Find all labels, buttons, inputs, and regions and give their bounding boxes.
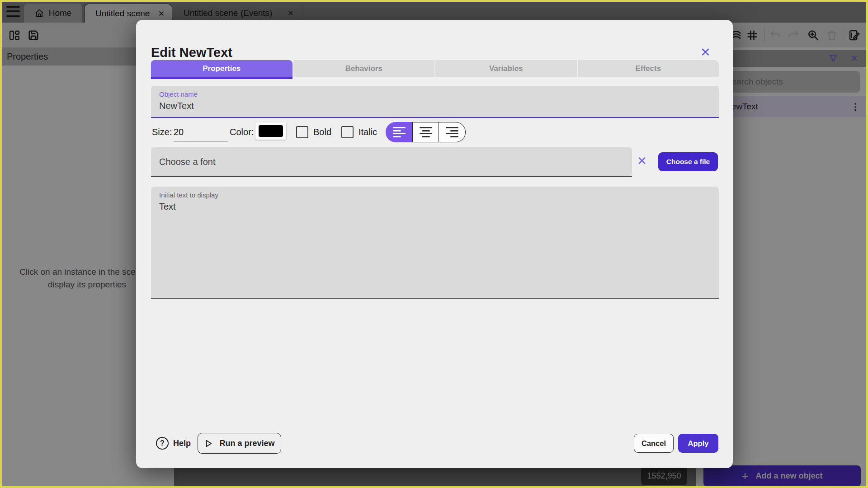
play-icon: [204, 439, 213, 448]
bold-label: Bold: [313, 122, 331, 142]
run-preview-button[interactable]: Run a preview: [198, 433, 281, 454]
cancel-button[interactable]: Cancel: [634, 434, 674, 453]
align-left-icon: [393, 127, 406, 137]
initial-text-field[interactable]: Initial text to display Text: [151, 187, 719, 299]
align-center-button[interactable]: [412, 122, 439, 142]
initial-text-value: Text: [159, 202, 176, 212]
align-right-button[interactable]: [439, 122, 466, 142]
clear-font-icon[interactable]: ✕: [637, 154, 647, 168]
object-name-value: NewText: [159, 101, 194, 111]
help-icon[interactable]: ?: [156, 437, 169, 450]
object-name-field[interactable]: Object name NewText: [151, 86, 719, 118]
dialog-title: Edit NewText: [151, 45, 232, 60]
size-input[interactable]: 20: [174, 122, 228, 142]
color-swatch: [259, 125, 283, 137]
apply-button[interactable]: Apply: [678, 434, 718, 453]
align-center-icon: [420, 127, 432, 137]
tab-behaviors[interactable]: Behaviors: [293, 60, 435, 77]
text-alignment-group: [386, 122, 466, 142]
app-window: Home Untitled scene ✕ Untitled scene (Ev…: [0, 0, 868, 488]
align-right-icon: [446, 127, 458, 137]
color-label: Color:: [230, 122, 254, 142]
italic-checkbox[interactable]: [341, 126, 354, 138]
italic-label: Italic: [359, 122, 377, 142]
object-name-label: Object name: [159, 90, 198, 98]
tab-effects[interactable]: Effects: [578, 60, 719, 77]
font-select[interactable]: Choose a font: [151, 147, 632, 177]
size-label: Size:: [152, 122, 172, 142]
edit-object-dialog: Edit NewText ✕ Properties Behaviors Vari…: [136, 20, 733, 468]
dialog-close-icon[interactable]: ✕: [700, 45, 711, 60]
initial-text-label: Initial text to display: [159, 191, 218, 199]
bold-checkbox[interactable]: [296, 126, 308, 138]
dialog-footer: ? Help Run a preview Cancel Apply: [136, 433, 733, 454]
align-left-button[interactable]: [386, 122, 412, 142]
help-button[interactable]: Help: [173, 433, 191, 454]
text-style-row: Size: 20 Color: Bold Italic: [136, 122, 733, 142]
selected-tab-indicator: [151, 77, 292, 79]
color-picker-button[interactable]: [255, 122, 286, 140]
run-preview-label: Run a preview: [219, 439, 274, 448]
tab-properties[interactable]: Properties: [151, 60, 292, 77]
dialog-tabs: Properties Behaviors Variables Effects: [151, 60, 719, 79]
choose-file-button[interactable]: Choose a file: [658, 152, 718, 171]
tab-variables[interactable]: Variables: [435, 60, 577, 77]
